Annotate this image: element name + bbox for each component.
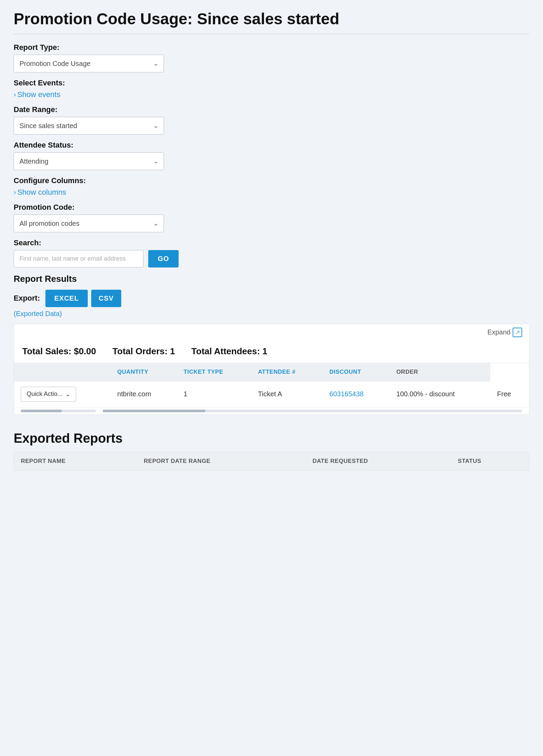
- expand-button[interactable]: Expand ↗: [487, 328, 522, 337]
- select-events-section: Select Events: › Show events: [14, 79, 529, 99]
- col-email: [14, 363, 110, 381]
- totals-row: Total Sales: $0.00 Total Orders: 1 Total…: [14, 340, 529, 363]
- report-type-label: Report Type:: [14, 43, 529, 52]
- col-discount[interactable]: DISCOUNT: [323, 363, 390, 381]
- search-input[interactable]: [14, 250, 143, 267]
- total-orders: Total Orders: 1: [112, 346, 175, 357]
- report-results-section: Report Results Export: EXCEL CSV (Export…: [14, 274, 529, 415]
- reports-col-date-range: REPORT DATE RANGE: [137, 452, 306, 470]
- results-table-container: Expand ↗ Total Sales: $0.00 Total Orders…: [14, 324, 529, 415]
- quick-actions-chevron-icon: ⌄: [65, 390, 70, 398]
- report-type-select[interactable]: Promotion Code Usage Sales Summary Atten…: [14, 55, 164, 72]
- chevron-right-icon: ›: [14, 91, 16, 98]
- cell-email: ntbrite.com: [110, 381, 177, 407]
- go-button[interactable]: GO: [148, 250, 179, 267]
- col-ticket-type[interactable]: TICKET TYPE: [177, 363, 251, 381]
- exported-reports-table: REPORT NAME REPORT DATE RANGE DATE REQUE…: [14, 452, 529, 470]
- reports-header-row: REPORT NAME REPORT DATE RANGE DATE REQUE…: [14, 452, 529, 470]
- reports-col-date-requested: DATE REQUESTED: [306, 452, 451, 470]
- promo-code-select[interactable]: All promotion codes Specific code: [14, 215, 164, 232]
- report-type-section: Report Type: Promotion Code Usage Sales …: [14, 43, 529, 72]
- date-range-select-wrapper: Since sales started Today Last 7 days La…: [14, 117, 164, 135]
- reports-col-name: REPORT NAME: [14, 452, 137, 470]
- page-title: Promotion Code Usage: Since sales starte…: [14, 10, 529, 28]
- date-range-section: Date Range: Since sales started Today La…: [14, 105, 529, 135]
- total-attendees: Total Attendees: 1: [191, 346, 267, 357]
- report-results-title: Report Results: [14, 274, 529, 284]
- search-label: Search:: [14, 238, 529, 247]
- search-row: GO: [14, 250, 529, 267]
- csv-button[interactable]: CSV: [91, 290, 121, 307]
- col-order[interactable]: ORDER: [389, 363, 490, 381]
- configure-columns-label: Configure Columns:: [14, 176, 529, 185]
- expand-icon: ↗: [513, 328, 522, 337]
- show-columns-button[interactable]: › Show columns: [14, 188, 66, 197]
- cell-attendee-num: 603165438: [323, 381, 390, 407]
- cell-ticket-type: Ticket A: [251, 381, 323, 407]
- date-range-select[interactable]: Since sales started Today Last 7 days La…: [14, 117, 164, 135]
- excel-button[interactable]: EXCEL: [45, 290, 88, 307]
- attendee-status-select[interactable]: Attending Not attending All: [14, 152, 164, 170]
- results-table: QUANTITY TICKET TYPE ATTENDEE # DISCOUNT…: [14, 363, 529, 408]
- exported-data-link[interactable]: (Exported Data): [14, 310, 529, 318]
- cell-quantity: 1: [177, 381, 251, 407]
- cell-actions: Quick Actio... ⌄: [14, 381, 110, 407]
- attendee-link[interactable]: 603165438: [330, 390, 364, 398]
- cell-order: Free: [490, 381, 529, 407]
- table-header-row: QUANTITY TICKET TYPE ATTENDEE # DISCOUNT…: [14, 363, 529, 381]
- export-row: Export: EXCEL CSV: [14, 290, 529, 307]
- show-events-button[interactable]: › Show events: [14, 90, 60, 99]
- export-label: Export:: [14, 294, 40, 303]
- scrollbar-thumb-right[interactable]: [103, 410, 205, 412]
- date-range-label: Date Range:: [14, 105, 529, 114]
- attendee-status-label: Attendee Status:: [14, 141, 529, 150]
- col-quantity[interactable]: QUANTITY: [110, 363, 177, 381]
- promo-code-section: Promotion Code: All promotion codes Spec…: [14, 203, 529, 232]
- exported-reports-title: Exported Reports: [14, 431, 529, 446]
- cell-discount: 100.00% - discount: [389, 381, 490, 407]
- col-attendee-num[interactable]: ATTENDEE #: [251, 363, 323, 381]
- attendee-status-select-wrapper: Attending Not attending All ⌄: [14, 152, 164, 170]
- total-sales: Total Sales: $0.00: [22, 346, 96, 357]
- exported-reports-section: Exported Reports REPORT NAME REPORT DATE…: [14, 431, 529, 470]
- attendee-status-section: Attendee Status: Attending Not attending…: [14, 141, 529, 170]
- quick-actions-button[interactable]: Quick Actio... ⌄: [21, 387, 76, 402]
- table-row: Quick Actio... ⌄ ntbrite.com 1 Ticket A …: [14, 381, 529, 407]
- title-divider: [14, 34, 529, 34]
- report-type-select-wrapper: Promotion Code Usage Sales Summary Atten…: [14, 55, 164, 72]
- select-events-label: Select Events:: [14, 79, 529, 87]
- promo-code-label: Promotion Code:: [14, 203, 529, 212]
- promo-code-select-wrapper: All promotion codes Specific code ⌄: [14, 215, 164, 232]
- scrollbar-row: [14, 408, 529, 414]
- expand-row: Expand ↗: [14, 324, 529, 340]
- configure-columns-section: Configure Columns: › Show columns: [14, 176, 529, 197]
- chevron-right-columns-icon: ›: [14, 188, 16, 196]
- scrollbar-thumb-left[interactable]: [21, 410, 62, 412]
- reports-col-status: STATUS: [451, 452, 529, 470]
- search-section: Search: GO: [14, 238, 529, 267]
